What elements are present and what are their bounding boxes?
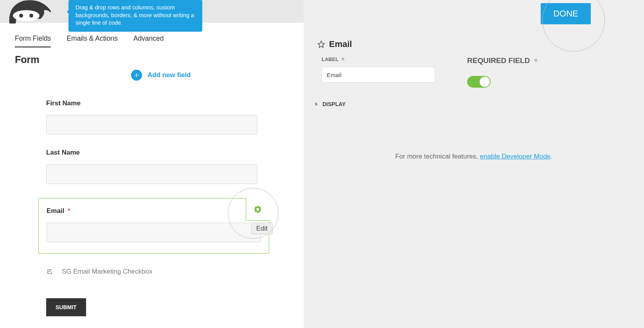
form-fields-area: First Name Last Name Email * Edit SG Ema…: [46, 99, 269, 290]
required-section-header: REQUIRED FIELD: [467, 56, 538, 65]
svg-point-1: [19, 14, 23, 18]
tab-form-fields[interactable]: Form Fields: [15, 34, 51, 47]
required-section-text: REQUIRED FIELD: [467, 56, 530, 65]
field-label-text: Email: [47, 207, 64, 214]
required-toggle[interactable]: [467, 76, 491, 88]
display-section-text: DISPLAY: [322, 101, 345, 107]
field-input-preview: [46, 164, 257, 184]
star-icon: [317, 40, 325, 48]
form-field-email-selected[interactable]: Email * Edit: [38, 198, 269, 254]
required-asterisk: *: [68, 207, 70, 214]
thumbs-down-icon: [534, 58, 538, 63]
svg-point-0: [13, 10, 40, 21]
settings-title: Email: [317, 39, 352, 49]
field-settings-panel: DONE Email LABEL REQUIRED FIELD DISPLAY: [304, 0, 644, 328]
plus-icon: [131, 70, 142, 81]
edit-field-gear-button[interactable]: [246, 198, 269, 221]
form-heading: Form: [15, 54, 40, 65]
thumbs-down-icon: [341, 57, 345, 62]
settings-row: LABEL REQUIRED FIELD: [322, 56, 632, 83]
builder-left-panel: Drag & drop rows and columns, custom bac…: [0, 0, 304, 328]
edit-tooltip: Edit: [251, 223, 273, 234]
label-input[interactable]: [322, 67, 435, 83]
tab-advanced[interactable]: Advanced: [133, 34, 164, 47]
ninja-forms-logo: [8, 0, 55, 23]
form-field-last-name[interactable]: Last Name: [46, 149, 269, 184]
done-button[interactable]: DONE: [541, 3, 591, 24]
field-input-preview: [47, 223, 261, 242]
svg-point-2: [29, 14, 33, 18]
required-column: REQUIRED FIELD: [467, 56, 538, 88]
tab-emails-actions[interactable]: Emails & Actions: [67, 34, 117, 47]
onboarding-tooltip: Drag & drop rows and columns, custom bac…: [68, 0, 202, 32]
dev-mode-suffix: .: [550, 153, 552, 160]
field-label: First Name: [46, 99, 269, 107]
label-section-text: LABEL: [322, 56, 338, 62]
form-field-checkbox[interactable]: SG Email Marketing Checkbox: [46, 268, 269, 276]
field-input-preview: [46, 115, 257, 135]
submit-button[interactable]: SUBMIT: [46, 298, 86, 316]
field-label: Last Name: [46, 149, 269, 157]
builder-tabs: Form Fields Emails & Actions Advanced: [15, 34, 164, 47]
checkbox-field-label: SG Email Marketing Checkbox: [62, 268, 152, 276]
checkbox-icon: [46, 268, 53, 275]
display-section-header[interactable]: DISPLAY: [315, 101, 345, 107]
field-label: Email *: [47, 207, 261, 215]
dev-mode-prefix: For more technical features,: [395, 153, 480, 160]
caret-right-icon: [315, 102, 318, 106]
enable-developer-mode-link[interactable]: enable Developer Mode: [480, 153, 551, 160]
developer-mode-hint: For more technical features, enable Deve…: [304, 153, 644, 160]
add-new-field-label: Add new field: [148, 71, 191, 79]
add-new-field-button[interactable]: Add new field: [131, 70, 191, 81]
form-field-first-name[interactable]: First Name: [46, 99, 269, 135]
toggle-knob: [480, 77, 490, 87]
settings-title-text: Email: [329, 39, 352, 49]
gear-icon: [254, 205, 262, 214]
